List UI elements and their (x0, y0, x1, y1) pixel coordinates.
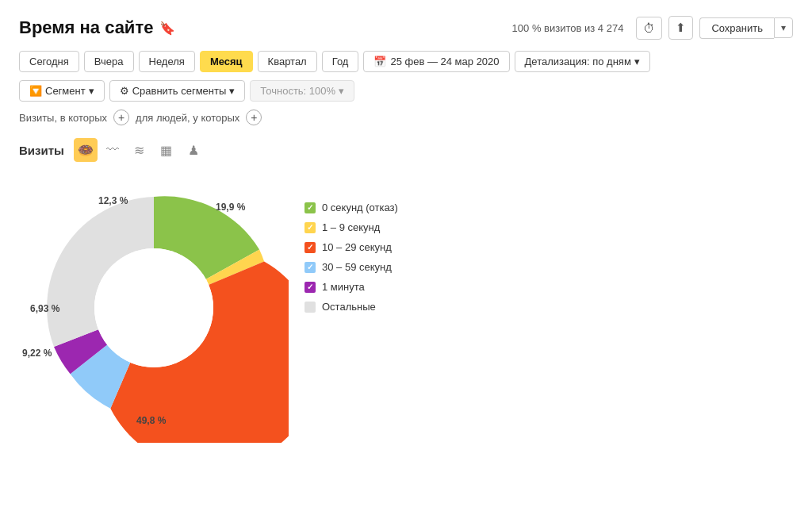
compare-arrow-icon: ▾ (229, 85, 235, 97)
legend-color-green: ✓ (304, 202, 316, 213)
legend-item-purple: ✓ 1 минута (304, 281, 398, 293)
accuracy-label: Точность: 100% (260, 85, 335, 97)
accuracy-button[interactable]: Точность: 100% ▾ (250, 80, 354, 102)
legend-color-yellow: ✓ (304, 222, 316, 233)
legend-label-blue: 30 – 59 секунд (322, 261, 392, 273)
tab-today[interactable]: Сегодня (19, 51, 79, 72)
chart-legend: ✓ 0 секунд (отказ) ✓ 1 – 9 секунд ✓ 10 –… (304, 138, 398, 313)
compare-segments-button[interactable]: ⚙ Сравнить сегменты ▾ (109, 80, 246, 102)
legend-label-green: 0 секунд (отказ) (322, 202, 398, 213)
line-chart-button[interactable]: 〰 (101, 138, 124, 162)
compare-icon: ⚙ (120, 85, 129, 97)
legend-item-blue: ✓ 30 – 59 секунд (304, 261, 398, 273)
save-dropdown-button[interactable]: ▾ (774, 17, 793, 38)
detail-arrow-icon: ▾ (634, 56, 640, 67)
legend-label-red: 10 – 29 секунд (322, 241, 392, 253)
legend-color-purple: ✓ (304, 282, 316, 293)
chart-section-label: Визиты (19, 144, 64, 157)
label-green: 19,9 % (216, 202, 245, 213)
segment-prefix: Визиты, в которых (19, 112, 107, 124)
tabs-row: Сегодня Вчера Неделя Месяц Квартал Год 📅… (19, 51, 793, 72)
donut-chart-button[interactable]: 🍩 (74, 138, 98, 162)
label-red: 49,8 % (136, 415, 166, 426)
calendar-icon: 📅 (373, 56, 386, 67)
segment-condition-row: Визиты, в которых + для людей, у которых… (19, 110, 793, 125)
legend-item-red: ✓ 10 – 29 секунд (304, 241, 398, 253)
label-purple: 6,93 % (30, 303, 59, 314)
chart-section: Визиты 🍩 〰 ≋ ▦ ♟ (19, 138, 793, 443)
chart-wrapper: Визиты 🍩 〰 ≋ ▦ ♟ (19, 138, 289, 443)
compare-label: Сравнить сегменты (132, 85, 227, 97)
legend-item-gray: Остальные (304, 301, 398, 313)
bookmark-icon[interactable]: 🔖 (159, 21, 175, 36)
area-chart-button[interactable]: ≋ (128, 138, 151, 162)
legend-item-yellow: ✓ 1 – 9 секунд (304, 221, 398, 233)
label-gray: 12,3 % (98, 195, 128, 206)
legend-label-yellow: 1 – 9 секунд (322, 221, 380, 233)
donut-chart: 19,9 % 49,8 % 9,22 % 6,93 % 12,3 % (19, 173, 289, 443)
legend-label-gray: Остальные (322, 301, 376, 313)
chart-type-row: Визиты 🍩 〰 ≋ ▦ ♟ (19, 138, 289, 162)
segment-middle: для людей, у которых (136, 112, 239, 124)
label-blue: 9,22 % (22, 348, 52, 359)
user-chart-button[interactable]: ♟ (182, 138, 205, 162)
bar-chart-button[interactable]: ▦ (155, 138, 178, 162)
svg-point-2 (94, 248, 213, 367)
add-visit-condition-button[interactable]: + (113, 110, 129, 125)
segment-filter-button[interactable]: 🔽 Сегмент ▾ (19, 80, 105, 102)
tab-year[interactable]: Год (322, 51, 359, 72)
legend-color-gray (304, 302, 316, 313)
tab-month[interactable]: Месяц (200, 51, 253, 72)
timer-button[interactable]: ⏱ (636, 17, 662, 40)
add-people-condition-button[interactable]: + (246, 110, 262, 125)
segment-arrow-icon: ▾ (89, 85, 94, 97)
filter-icon: 🔽 (29, 85, 42, 97)
legend-label-purple: 1 минута (322, 281, 365, 293)
detail-button[interactable]: Детализация: по дням ▾ (515, 51, 650, 72)
tab-quarter[interactable]: Квартал (258, 51, 317, 72)
tab-week[interactable]: Неделя (139, 51, 195, 72)
upload-button[interactable]: ⬆ (668, 16, 693, 40)
visits-info: 100 % визитов из 4 274 (512, 22, 624, 34)
detail-label: Детализация: по дням (525, 56, 631, 67)
segment-label: Сегмент (45, 85, 86, 97)
date-range-button[interactable]: 📅 25 фев — 24 мар 2020 (363, 51, 509, 72)
save-button[interactable]: Сохранить (699, 17, 774, 39)
save-button-group: Сохранить ▾ (699, 17, 793, 39)
filter-row: 🔽 Сегмент ▾ ⚙ Сравнить сегменты ▾ Точнос… (19, 80, 793, 102)
date-range-label: 25 фев — 24 мар 2020 (390, 56, 499, 67)
legend-item-green: ✓ 0 секунд (отказ) (304, 202, 398, 213)
tab-yesterday[interactable]: Вчера (84, 51, 134, 72)
accuracy-arrow-icon: ▾ (339, 85, 344, 97)
page-title: Время на сайте (19, 17, 153, 38)
legend-color-red: ✓ (304, 242, 316, 253)
legend-color-blue: ✓ (304, 262, 316, 273)
